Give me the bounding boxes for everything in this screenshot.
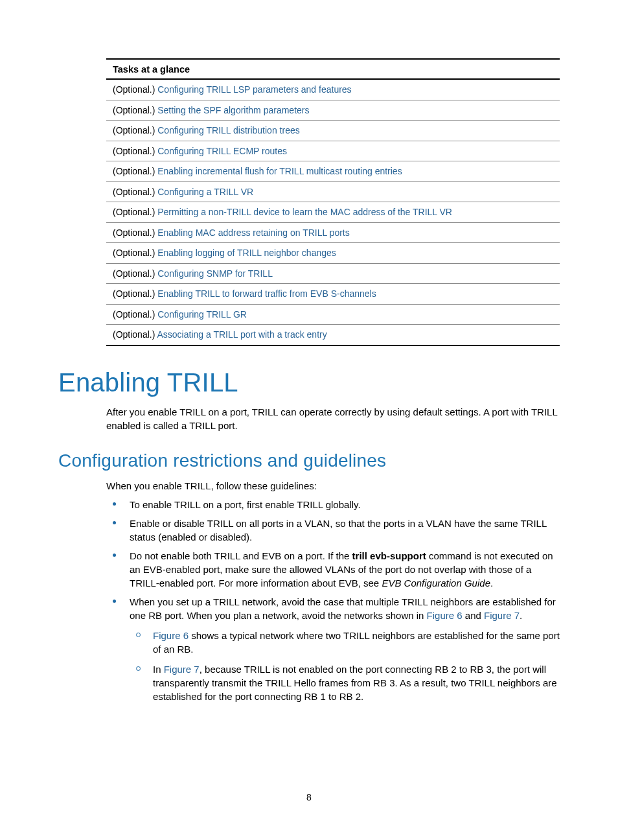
text: Do not enable both TRILL and EVB on a po… bbox=[130, 550, 352, 561]
sub-list: Figure 6 shows a typical network where t… bbox=[130, 629, 560, 703]
table-row: (Optional.) Configuring TRILL GR bbox=[106, 305, 560, 325]
table-row: (Optional.) Configuring TRILL LSP parame… bbox=[106, 80, 560, 100]
table-row: (Optional.) Enabling MAC address retaini… bbox=[106, 223, 560, 244]
task-link[interactable]: Configuring TRILL LSP parameters and fea… bbox=[157, 84, 351, 95]
task-prefix: (Optional.) bbox=[113, 105, 157, 115]
figure-link[interactable]: Figure 6 bbox=[427, 610, 463, 621]
table-row: (Optional.) Configuring a TRILL VR bbox=[106, 182, 560, 203]
bold-text: trill evb-support bbox=[352, 550, 426, 561]
task-link[interactable]: Enabling TRILL to forward traffic from E… bbox=[157, 288, 376, 299]
figure-link[interactable]: Figure 7 bbox=[164, 664, 200, 675]
text: shows a typical network where two TRILL … bbox=[153, 630, 560, 655]
table-row: (Optional.) Enabling incremental flush f… bbox=[106, 161, 560, 182]
task-prefix: (Optional.) bbox=[113, 309, 157, 320]
table-row: (Optional.) Enabling logging of TRILL ne… bbox=[106, 243, 560, 264]
task-link[interactable]: Configuring a TRILL VR bbox=[157, 187, 253, 197]
list-item: When you set up a TRILL network, avoid t… bbox=[106, 595, 560, 703]
task-prefix: (Optional.) bbox=[113, 166, 157, 176]
text: . bbox=[490, 578, 493, 589]
table-row: (Optional.) Setting the SPF algorithm pa… bbox=[106, 100, 560, 121]
text: , because TRILL is not enabled on the po… bbox=[153, 664, 557, 702]
heading-enabling-trill: Enabling TRILL bbox=[58, 368, 560, 397]
heading-config-restrictions: Configuration restrictions and guideline… bbox=[58, 450, 560, 471]
list-item: Do not enable both TRILL and EVB on a po… bbox=[106, 549, 560, 590]
list-item: Figure 6 shows a typical network where t… bbox=[130, 629, 560, 656]
table-row: (Optional.) Configuring SNMP for TRILL bbox=[106, 264, 560, 285]
list-item: To enable TRILL on a port, first enable … bbox=[106, 498, 560, 511]
task-link[interactable]: Configuring TRILL ECMP routes bbox=[157, 146, 287, 156]
table-row: (Optional.) Configuring TRILL ECMP route… bbox=[106, 141, 560, 162]
tasks-table: Tasks at a glance (Optional.) Configurin… bbox=[106, 58, 560, 346]
task-link[interactable]: Configuring TRILL distribution trees bbox=[157, 125, 299, 135]
guidelines-intro: When you enable TRILL, follow these guid… bbox=[106, 479, 560, 493]
table-row: (Optional.) Configuring TRILL distributi… bbox=[106, 121, 560, 141]
task-prefix: (Optional.) bbox=[113, 228, 157, 238]
task-prefix: (Optional.) bbox=[113, 248, 157, 258]
figure-link[interactable]: Figure 7 bbox=[484, 610, 520, 621]
table-row: (Optional.) Permitting a non-TRILL devic… bbox=[106, 202, 560, 223]
list-item: Enable or disable TRILL on all ports in … bbox=[106, 517, 560, 544]
page-number: 8 bbox=[0, 792, 618, 802]
task-prefix: (Optional.) bbox=[113, 207, 157, 217]
task-prefix: (Optional.) bbox=[113, 125, 157, 135]
task-prefix: (Optional.) bbox=[113, 329, 157, 340]
task-link[interactable]: Configuring SNMP for TRILL bbox=[157, 268, 273, 279]
tasks-header: Tasks at a glance bbox=[106, 60, 560, 80]
figure-link[interactable]: Figure 6 bbox=[153, 630, 189, 641]
task-link[interactable]: Enabling incremental flush for TRILL mul… bbox=[157, 166, 402, 176]
task-prefix: (Optional.) bbox=[113, 187, 157, 197]
task-link[interactable]: Associating a TRILL port with a track en… bbox=[157, 329, 326, 340]
task-prefix: (Optional.) bbox=[113, 288, 157, 299]
task-link[interactable]: Setting the SPF algorithm parameters bbox=[157, 105, 309, 115]
table-row: (Optional.) Enabling TRILL to forward tr… bbox=[106, 284, 560, 305]
text: . bbox=[520, 610, 522, 621]
guidelines-list: To enable TRILL on a port, first enable … bbox=[106, 498, 560, 703]
list-item: In Figure 7, because TRILL is not enable… bbox=[130, 662, 560, 703]
task-link[interactable]: Enabling logging of TRILL neighbor chang… bbox=[157, 248, 336, 258]
task-link[interactable]: Configuring TRILL GR bbox=[157, 309, 247, 320]
text: and bbox=[463, 610, 484, 621]
table-row: (Optional.) Associating a TRILL port wit… bbox=[106, 325, 560, 346]
text: In bbox=[153, 664, 164, 675]
task-link[interactable]: Enabling MAC address retaining on TRILL … bbox=[157, 228, 350, 238]
task-prefix: (Optional.) bbox=[113, 146, 157, 156]
intro-paragraph: After you enable TRILL on a port, TRILL … bbox=[106, 405, 560, 432]
task-prefix: (Optional.) bbox=[113, 84, 157, 95]
italic-text: EVB Configuration Guide bbox=[382, 578, 490, 589]
task-link[interactable]: Permitting a non-TRILL device to learn t… bbox=[157, 207, 452, 217]
task-prefix: (Optional.) bbox=[113, 268, 157, 279]
